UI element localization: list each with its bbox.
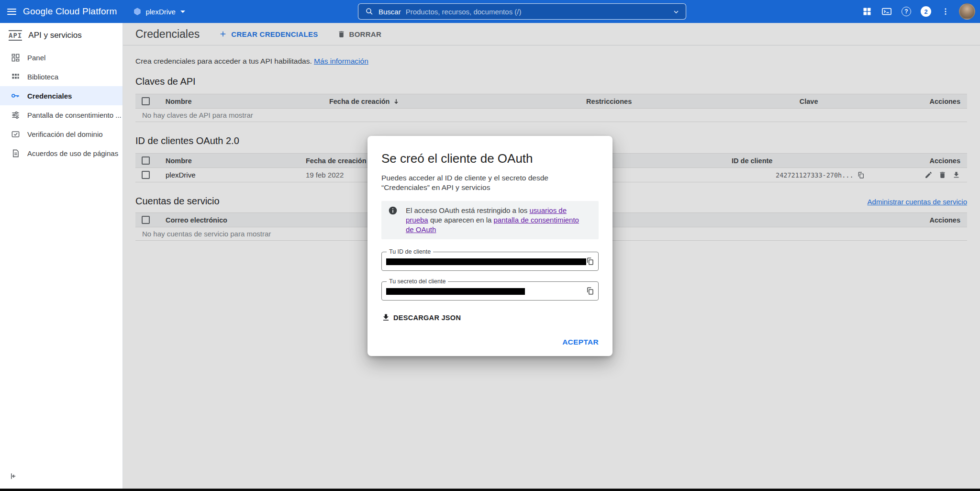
menu-icon[interactable] (0, 0, 23, 23)
copy-client-secret-button[interactable] (586, 287, 594, 295)
download-icon (381, 313, 390, 322)
help-icon[interactable]: ? (900, 5, 913, 18)
bottom-edge (0, 489, 980, 491)
info-icon (388, 206, 398, 234)
search-label: Buscar (379, 8, 401, 16)
oauth-created-dialog: Se creó el cliente de OAuth Puedes acced… (368, 136, 612, 356)
client-secret-label: Tu secreto del cliente (387, 278, 448, 285)
sidebar-item-panel[interactable]: Panel (0, 48, 122, 67)
sidebar-header: API API y servicios (0, 23, 122, 48)
avatar[interactable] (959, 3, 975, 20)
project-selector[interactable]: plexDrive (129, 4, 189, 19)
consent-screen-icon (11, 110, 20, 120)
dialog-title: Se creó el cliente de OAuth (381, 150, 599, 167)
dashboard-icon (11, 53, 20, 62)
product-title: Google Cloud Platform (23, 6, 117, 17)
search-bar[interactable]: Buscar Productos, recursos, documentos (… (358, 3, 686, 20)
sidebar-item-acuerdos-uso[interactable]: Acuerdos de uso de páginas (0, 144, 122, 163)
chevron-down-icon[interactable] (672, 8, 680, 16)
library-icon (11, 72, 20, 81)
apps-grid-icon[interactable] (861, 5, 873, 18)
search-icon (365, 7, 374, 16)
api-services-icon: API (9, 30, 22, 41)
client-id-redacted-value (386, 258, 586, 265)
notifications-badge[interactable]: 2 (920, 5, 932, 18)
search-placeholder: Productos, recursos, documentos (/) (406, 8, 522, 16)
dialog-body: Puedes acceder al ID de cliente y el sec… (381, 173, 582, 192)
notification-count: 2 (921, 6, 931, 17)
sidebar-item-verificacion-dominio[interactable]: Verificación del dominio (0, 124, 122, 144)
client-id-field[interactable]: Tu ID de cliente (381, 252, 599, 271)
client-secret-redacted-value (386, 288, 525, 295)
project-name: plexDrive (145, 8, 176, 16)
key-icon (11, 91, 20, 100)
copy-client-id-button[interactable] (586, 257, 594, 266)
sidebar-title: API y servicios (28, 31, 81, 40)
sidebar-item-pantalla-consentimiento[interactable]: Pantalla de consentimiento ... (0, 105, 122, 124)
cloud-shell-icon[interactable] (880, 5, 893, 18)
collapse-panel-icon[interactable] (7, 469, 20, 483)
sidebar: API API y servicios Panel Biblioteca Cre… (0, 23, 123, 489)
client-secret-field[interactable]: Tu secreto del cliente (381, 281, 599, 301)
sidebar-nav: Panel Biblioteca Credenciales Pantalla d… (0, 48, 122, 163)
sidebar-item-credenciales[interactable]: Credenciales (0, 86, 122, 105)
chevron-down-icon (180, 11, 185, 13)
client-id-label: Tu ID de cliente (387, 248, 433, 255)
more-options-icon[interactable] (939, 5, 952, 18)
sidebar-item-biblioteca[interactable]: Biblioteca (0, 67, 122, 86)
project-hexagon-icon (133, 7, 142, 16)
oauth-restricted-infobox: El acceso OAuth está restringido a los u… (381, 201, 599, 239)
domain-verification-icon (11, 129, 20, 139)
download-json-button[interactable]: DESCARGAR JSON (381, 313, 461, 322)
topbar: Google Cloud Platform plexDrive Buscar P… (0, 0, 980, 23)
accept-button[interactable]: ACEPTAR (562, 338, 599, 346)
page-agreements-icon (11, 148, 20, 158)
